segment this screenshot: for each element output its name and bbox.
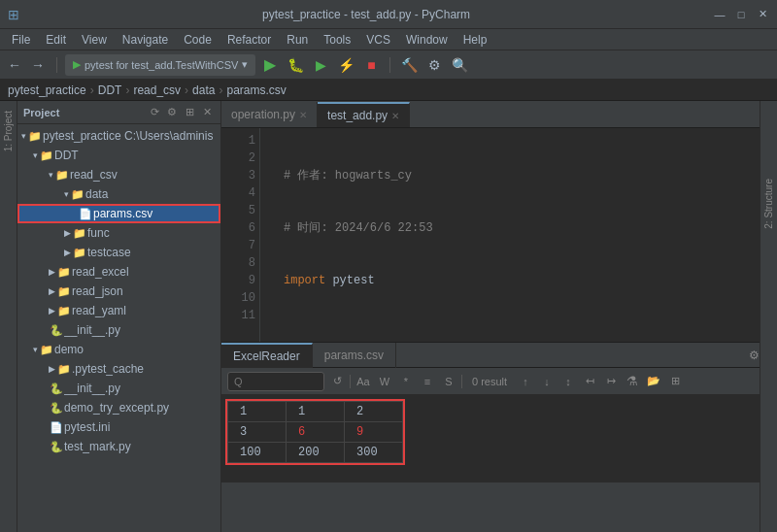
run-config-dropdown-icon: ▾ — [242, 58, 248, 71]
tree-item-demo[interactable]: ▾ 📁 demo — [17, 340, 220, 359]
menu-window[interactable]: Window — [398, 29, 456, 50]
toolbar-sep-excel — [350, 375, 351, 388]
expand-result-button[interactable]: ↕ — [559, 373, 577, 390]
editor-tabs: operation.py ✕ test_add.py ✕ — [221, 101, 760, 128]
gear-icon[interactable]: ⚙ — [164, 105, 180, 120]
breadcrumb-params-csv[interactable]: params.csv — [226, 83, 286, 97]
folder-icon-excel[interactable]: 📂 — [645, 373, 662, 390]
settings-button[interactable]: ⚙ — [423, 54, 445, 76]
tab-params-csv-bottom[interactable]: params.csv — [313, 343, 396, 368]
tree-item-demo-try-except[interactable]: 🐍 demo_try_except.py — [17, 398, 220, 417]
tree-item-init-demo[interactable]: 🐍 __init__.py — [17, 379, 220, 398]
menu-run[interactable]: Run — [279, 29, 316, 50]
filter-icon[interactable]: ⚗ — [624, 373, 641, 390]
menu-vcs[interactable]: VCS — [358, 29, 398, 50]
tab-test-add-py[interactable]: test_add.py ✕ — [318, 102, 410, 127]
panel-title: Project — [23, 107, 59, 118]
menubar: File Edit View Navigate Code Refactor Ru… — [0, 29, 777, 50]
close-tab-test-add[interactable]: ✕ — [391, 111, 399, 121]
tree-item-test-mark[interactable]: 🐍 test_mark.py — [17, 437, 220, 456]
tree-label-func: func — [87, 226, 220, 240]
tree-item-read-csv[interactable]: ▾ 📁 read_csv — [17, 165, 220, 184]
coverage-button[interactable]: ▶ — [310, 54, 331, 76]
debug-button[interactable]: 🐛 — [285, 54, 306, 76]
cell-1-1: 1 — [228, 402, 287, 422]
close-panel-button[interactable]: ✕ — [199, 105, 215, 120]
run-config-icon: ▶ — [73, 58, 81, 71]
line-num-11: 11 — [221, 307, 255, 324]
excel-toolbar: ↺ Aa W * ≡ S 0 result ↑ ↓ ↕ ↤ ↦ ⚗ 📂 ⊞ — [221, 368, 760, 395]
sync-button[interactable]: ⟳ — [147, 105, 162, 120]
line-numbers: 1 2 3 4 5 6 7 8 9 10 11 — [221, 128, 260, 342]
profile-button[interactable]: ⚡ — [335, 54, 356, 76]
close-tab-operation[interactable]: ✕ — [299, 110, 307, 120]
titlebar-controls[interactable]: — □ ✕ — [713, 8, 769, 21]
collapse-result-button[interactable]: ↤ — [581, 373, 598, 390]
match-case-button[interactable]: Aa — [355, 373, 372, 390]
breadcrumb-ddt[interactable]: DDT — [98, 83, 122, 97]
tree-item-func[interactable]: ▶ 📁 func — [17, 223, 220, 243]
menu-code[interactable]: Code — [176, 29, 220, 50]
menu-tools[interactable]: Tools — [316, 29, 358, 50]
close-button[interactable]: ✕ — [756, 8, 769, 21]
excel-search-input[interactable] — [227, 372, 324, 391]
tree-item-pytest-cache[interactable]: ▶ 📁 .pytest_cache — [17, 359, 220, 379]
tree-item-params-csv[interactable]: 📄 params.csv — [17, 204, 220, 223]
regex-button[interactable]: * — [397, 373, 415, 390]
side-panel-left[interactable]: 1: Project — [0, 101, 17, 532]
back-button[interactable]: ← — [4, 54, 25, 76]
tree-item-read-yaml[interactable]: ▶ 📁 read_yaml — [17, 301, 220, 320]
tree-label-init-demo: __init__.py — [64, 382, 220, 395]
menu-refactor[interactable]: Refactor — [220, 29, 279, 50]
menu-edit[interactable]: Edit — [38, 29, 74, 50]
maximize-button[interactable]: □ — [734, 8, 748, 21]
file-tree: ▾ 📁 pytest_practice C:\Users\adminis ▾ 📁… — [17, 124, 220, 532]
prev-result-button[interactable]: ↑ — [517, 373, 534, 390]
tab-operation-py[interactable]: operation.py ✕ — [221, 102, 318, 127]
structure-label[interactable]: 2: Structure — [763, 179, 774, 229]
tree-item-testcase[interactable]: ▶ 📁 testcase — [17, 243, 220, 262]
breadcrumb-root[interactable]: pytest_practice — [8, 83, 86, 97]
code-content[interactable]: # 作者: hogwarts_cy # 时间: 2024/6/6 22:53 i… — [260, 128, 760, 342]
pin-button[interactable]: ≡ — [419, 373, 436, 390]
folder-icon-data: 📁 — [70, 186, 85, 202]
export-icon[interactable]: ⊞ — [666, 373, 684, 390]
tree-item-data[interactable]: ▾ 📁 data — [17, 184, 220, 204]
tree-item-pytest-practice[interactable]: ▾ 📁 pytest_practice C:\Users\adminis — [17, 126, 220, 146]
expand-button[interactable]: ⊞ — [182, 105, 197, 120]
tree-item-read-excel[interactable]: ▶ 📁 read_excel — [17, 262, 220, 282]
breadcrumb-data[interactable]: data — [192, 83, 215, 97]
toolbar-sep-2 — [389, 57, 390, 73]
tree-item-ddt[interactable]: ▾ 📁 DDT — [17, 146, 220, 165]
collapse-all-button[interactable]: ↦ — [602, 373, 620, 390]
panel-header: Project ⟳ ⚙ ⊞ ✕ — [17, 101, 220, 124]
line-num-1: 1 — [221, 132, 255, 150]
editor-section: operation.py ✕ test_add.py ✕ 1 2 3 4 5 6… — [221, 101, 760, 532]
next-result-button[interactable]: ↓ — [538, 373, 556, 390]
reset-search-icon[interactable]: ↺ — [328, 373, 346, 390]
stop-button[interactable]: ■ — [360, 54, 382, 76]
breadcrumb-read-csv[interactable]: read_csv — [133, 83, 181, 97]
minimize-button[interactable]: — — [713, 8, 726, 21]
build-button[interactable]: 🔨 — [398, 54, 420, 76]
project-tab[interactable]: 1: Project — [3, 111, 14, 154]
side-panel-right[interactable]: 2: Structure — [760, 101, 777, 532]
forward-button[interactable]: → — [27, 54, 49, 76]
tree-item-read-json[interactable]: ▶ 📁 read_json — [17, 282, 220, 301]
tab-excel-reader[interactable]: ExcelReader — [221, 343, 313, 368]
filter-s-button[interactable]: S — [440, 373, 457, 390]
menu-file[interactable]: File — [4, 29, 38, 50]
menu-view[interactable]: View — [74, 29, 115, 50]
line-num-3: 3 — [221, 167, 255, 184]
collapse-arrow: ▾ — [21, 131, 26, 141]
run-config-selector[interactable]: ▶ pytest for test_add.TestWithCSV ▾ — [65, 54, 255, 76]
data-table: 1 1 2 3 6 9 100 200 300 — [221, 395, 760, 482]
run-button[interactable]: ▶ — [259, 54, 281, 76]
search-everywhere-button[interactable]: 🔍 — [449, 54, 470, 76]
settings-gear-icon[interactable]: ⚙ — [749, 349, 760, 362]
tree-item-pytest-ini[interactable]: 📄 pytest.ini — [17, 417, 220, 437]
tree-item-init-ddt[interactable]: 🐍 __init__.py — [17, 320, 220, 340]
menu-help[interactable]: Help — [456, 29, 495, 50]
match-word-button[interactable]: W — [376, 373, 393, 390]
menu-navigate[interactable]: Navigate — [115, 29, 176, 50]
